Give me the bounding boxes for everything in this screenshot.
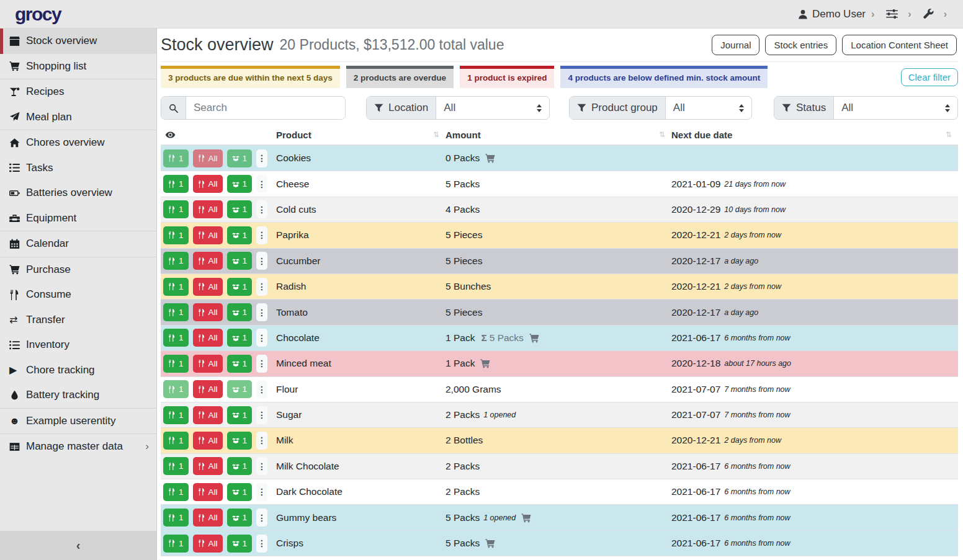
row-menu-button[interactable]: ⋮ [256, 355, 267, 373]
sidebar-item-inventory[interactable]: Inventory [0, 332, 156, 358]
open-one-button[interactable]: 1 [227, 406, 253, 424]
filter-chip-overdue[interactable]: 2 products are overdue [346, 66, 454, 88]
consume-one-button[interactable]: 1 [163, 355, 189, 373]
open-one-button[interactable]: 1 [227, 380, 253, 398]
consume-one-button[interactable]: 1 [163, 175, 189, 193]
location-select[interactable]: All [436, 97, 549, 119]
product-group-select[interactable]: All [666, 97, 751, 119]
consume-one-button[interactable]: 1 [163, 303, 189, 321]
sidebar-item-example-userentity[interactable]: ☻Example userentity [0, 409, 156, 434]
open-one-button[interactable]: 1 [227, 535, 253, 553]
row-menu-button[interactable]: ⋮ [256, 406, 267, 424]
consume-one-button[interactable]: 1 [163, 406, 189, 424]
row-menu-button[interactable]: ⋮ [256, 149, 267, 167]
open-one-button[interactable]: 1 [227, 200, 253, 218]
open-one-button[interactable]: 1 [227, 175, 253, 193]
consume-all-button[interactable]: All [193, 432, 223, 450]
sidebar-item-recipes[interactable]: Recipes [0, 79, 156, 105]
row-menu-button[interactable]: ⋮ [256, 200, 267, 218]
open-one-button[interactable]: 1 [227, 432, 253, 450]
sidebar-item-stock-overview[interactable]: Stock overview [0, 29, 156, 54]
column-header-product[interactable]: Product ⇅ [276, 130, 446, 140]
row-menu-button[interactable]: ⋮ [256, 432, 267, 450]
consume-all-button[interactable]: All [193, 200, 223, 218]
open-one-button[interactable]: 1 [227, 355, 253, 373]
sidebar-item-batteries-overview[interactable]: Batteries overview [0, 180, 156, 206]
consume-all-button[interactable]: All [193, 406, 223, 424]
row-menu-button[interactable]: ⋮ [256, 175, 267, 193]
user-menu[interactable]: Demo User [798, 8, 866, 20]
consume-all-button[interactable]: All [193, 380, 223, 398]
consume-one-button[interactable]: 1 [163, 200, 189, 218]
sidebar-item-purchase[interactable]: Purchase [0, 257, 156, 283]
row-menu-button[interactable]: ⋮ [256, 278, 267, 296]
location-content-sheet-button[interactable]: Location Content Sheet [842, 35, 957, 55]
settings-menu[interactable] [886, 9, 902, 19]
row-menu-button[interactable]: ⋮ [256, 303, 267, 321]
consume-all-button[interactable]: All [193, 509, 223, 527]
open-one-button[interactable]: 1 [227, 329, 253, 347]
row-menu-button[interactable]: ⋮ [256, 226, 267, 244]
filter-chip-due-soon[interactable]: 3 products are due within the next 5 day… [161, 66, 340, 88]
clear-filter-button[interactable]: Clear filter [901, 68, 958, 86]
consume-one-button[interactable]: 1 [163, 483, 189, 501]
sidebar-item-chores-overview[interactable]: Chores overview [0, 130, 156, 156]
open-one-button[interactable]: 1 [227, 226, 253, 244]
consume-one-button[interactable]: 1 [163, 252, 189, 270]
row-menu-button[interactable]: ⋮ [256, 252, 267, 270]
open-one-button[interactable]: 1 [227, 509, 253, 527]
sidebar-item-tasks[interactable]: Tasks [0, 156, 156, 181]
grocy-logo[interactable]: grocy [15, 4, 61, 25]
consume-all-button[interactable]: All [193, 303, 223, 321]
consume-all-button[interactable]: All [193, 535, 223, 553]
consume-one-button[interactable]: 1 [163, 432, 189, 450]
open-one-button[interactable]: 1 [227, 303, 253, 321]
chevron-right-icon[interactable]: › [944, 9, 947, 20]
consume-all-button[interactable]: All [193, 149, 223, 167]
consume-all-button[interactable]: All [193, 483, 223, 501]
chevron-right-icon[interactable]: › [871, 9, 874, 20]
sidebar-item-calendar[interactable]: Calendar [0, 231, 156, 257]
sidebar-item-meal-plan[interactable]: Meal plan [0, 105, 156, 130]
row-menu-button[interactable]: ⋮ [256, 535, 267, 553]
chevron-right-icon[interactable]: › [908, 9, 911, 20]
admin-menu[interactable] [923, 9, 938, 19]
consume-one-button[interactable]: 1 [163, 380, 189, 398]
consume-all-button[interactable]: All [193, 226, 223, 244]
consume-all-button[interactable]: All [193, 457, 223, 475]
row-menu-button[interactable]: ⋮ [256, 380, 267, 398]
open-one-button[interactable]: 1 [227, 278, 253, 296]
consume-one-button[interactable]: 1 [163, 457, 189, 475]
row-menu-button[interactable]: ⋮ [256, 483, 267, 501]
column-header-amount[interactable]: Amount ⇅ [446, 130, 671, 140]
consume-one-button[interactable]: 1 [163, 509, 189, 527]
sidebar-item-transfer[interactable]: ⇄Transfer [0, 308, 156, 333]
stock-entries-button[interactable]: Stock entries [765, 35, 836, 55]
consume-all-button[interactable]: All [193, 175, 223, 193]
consume-all-button[interactable]: All [193, 329, 223, 347]
open-one-button[interactable]: 1 [227, 457, 253, 475]
consume-all-button[interactable]: All [193, 252, 223, 270]
open-one-button[interactable]: 1 [227, 483, 253, 501]
sidebar-item-equipment[interactable]: Equipment [0, 206, 156, 231]
consume-one-button[interactable]: 1 [163, 329, 189, 347]
sidebar-item-chore-tracking[interactable]: ▶Chore tracking [0, 358, 156, 383]
sidebar-item-manage-master-data[interactable]: Manage master data› [0, 434, 156, 460]
row-menu-button[interactable]: ⋮ [256, 457, 267, 475]
consume-all-button[interactable]: All [193, 278, 223, 296]
consume-all-button[interactable]: All [193, 355, 223, 373]
row-menu-button[interactable]: ⋮ [256, 509, 267, 527]
sidebar-item-battery-tracking[interactable]: Battery tracking [0, 383, 156, 408]
sidebar-collapse-button[interactable]: ‹ [0, 531, 156, 560]
status-select[interactable]: All [834, 97, 957, 119]
open-one-button[interactable]: 1 [227, 149, 253, 167]
filter-chip-below-min-stock[interactable]: 4 products are below defined min. stock … [560, 66, 768, 88]
consume-one-button[interactable]: 1 [163, 278, 189, 296]
row-menu-button[interactable]: ⋮ [256, 329, 267, 347]
journal-button[interactable]: Journal [712, 35, 759, 55]
consume-one-button[interactable]: 1 [163, 535, 189, 553]
column-header-next-due-date[interactable]: Next due date ⇅ [671, 130, 958, 140]
sidebar-item-shopping-list[interactable]: Shopping list [0, 54, 156, 79]
column-visibility-toggle[interactable] [161, 130, 276, 140]
filter-chip-expired[interactable]: 1 product is expired [460, 66, 554, 88]
